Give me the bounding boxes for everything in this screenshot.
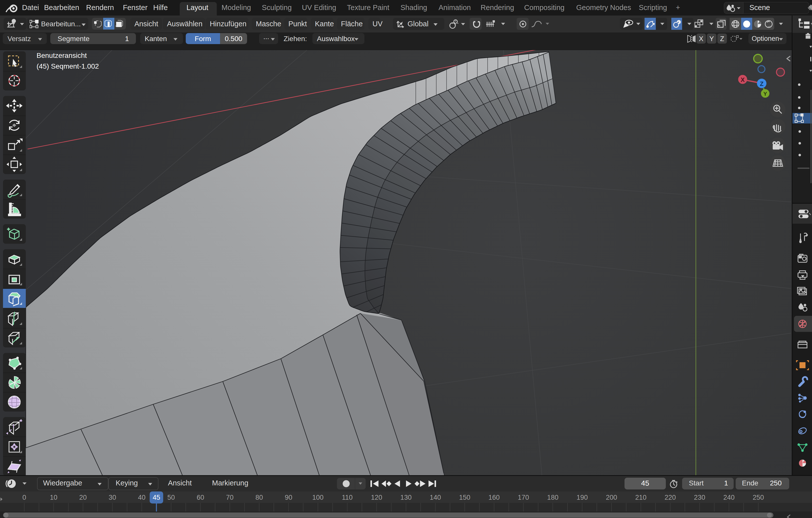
svg-text:220: 220 — [665, 494, 676, 501]
svg-text:40: 40 — [138, 494, 145, 501]
svg-text:150: 150 — [459, 494, 470, 501]
svg-text:0: 0 — [22, 494, 26, 501]
svg-text:50: 50 — [167, 494, 175, 501]
svg-text:X: X — [741, 76, 745, 83]
svg-text:140: 140 — [430, 494, 441, 501]
svg-text:Z: Z — [760, 80, 764, 87]
svg-text:Y: Y — [763, 91, 767, 97]
svg-text:100: 100 — [312, 494, 323, 501]
svg-text:210: 210 — [635, 494, 646, 501]
svg-text:20: 20 — [79, 494, 87, 501]
svg-text:190: 190 — [577, 494, 588, 501]
svg-text:45: 45 — [153, 494, 160, 501]
svg-text:130: 130 — [400, 494, 411, 501]
svg-text:180: 180 — [547, 494, 558, 501]
svg-text:90: 90 — [285, 494, 292, 501]
svg-text:160: 160 — [488, 494, 500, 501]
svg-text:240: 240 — [723, 494, 735, 501]
svg-text:10: 10 — [50, 494, 57, 501]
svg-text:250: 250 — [753, 494, 764, 501]
svg-text:30: 30 — [109, 494, 116, 501]
svg-text:200: 200 — [606, 494, 617, 501]
svg-text:60: 60 — [197, 494, 204, 501]
svg-text:170: 170 — [518, 494, 529, 501]
svg-text:230: 230 — [694, 494, 705, 501]
svg-text:110: 110 — [342, 494, 353, 501]
svg-text:120: 120 — [371, 494, 382, 501]
svg-text:80: 80 — [255, 494, 263, 501]
svg-text:70: 70 — [226, 494, 234, 501]
